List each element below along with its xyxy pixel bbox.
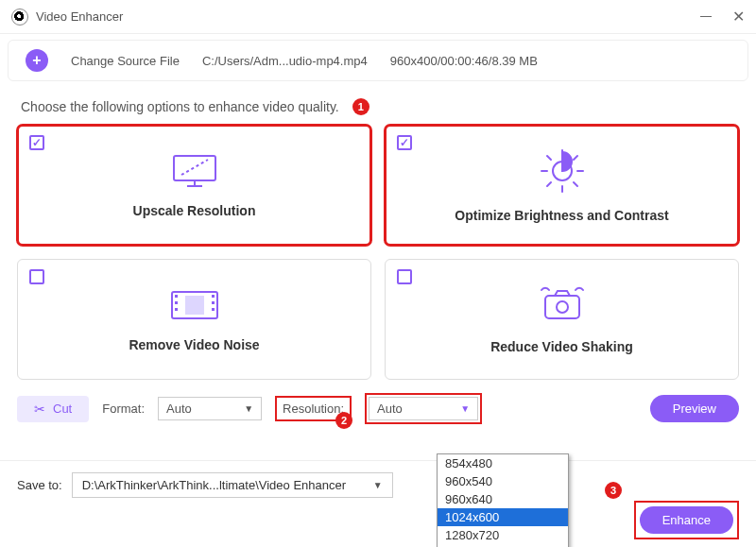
card-brightness-label: Optimize Brightness and Contrast [455, 208, 668, 223]
cut-button[interactable]: ✂ Cut [17, 396, 89, 422]
svg-line-3 [181, 160, 208, 175]
card-shaking[interactable]: Reduce Video Shaking [385, 259, 739, 380]
step-badge-1: 1 [352, 98, 369, 115]
svg-point-22 [557, 301, 568, 313]
svg-rect-20 [212, 308, 215, 311]
card-upscale-label: Upscale Resolution [133, 203, 256, 218]
preview-label: Preview [673, 402, 716, 416]
checkbox-noise[interactable] [29, 269, 44, 284]
add-source-icon[interactable]: + [26, 49, 48, 72]
resolution-option[interactable]: 1024x600 [438, 508, 568, 526]
resolution-option[interactable]: 1280x720 [438, 526, 568, 544]
card-shaking-label: Reduce Video Shaking [490, 339, 633, 354]
resolution-select[interactable]: Auto ▼ [369, 397, 478, 420]
card-noise[interactable]: Remove Video Noise [17, 259, 371, 380]
svg-rect-14 [185, 296, 204, 315]
camera-icon [536, 284, 589, 326]
format-value: Auto [166, 402, 192, 416]
svg-line-10 [574, 182, 577, 186]
resolution-option[interactable]: 960x640 [438, 490, 568, 508]
svg-line-11 [547, 182, 551, 186]
resolution-value: Auto [377, 402, 403, 416]
format-label: Format: [102, 402, 145, 416]
step-badge-3: 3 [605, 482, 622, 499]
svg-rect-0 [174, 156, 215, 180]
sun-icon [539, 147, 586, 195]
chevron-down-icon: ▼ [373, 480, 383, 490]
chevron-down-icon: ▼ [244, 403, 253, 414]
svg-line-9 [547, 156, 551, 160]
change-source-link[interactable]: Change Source File [71, 54, 180, 68]
save-path-select[interactable]: D:\ArkThinker\ArkThink...ltimate\Video E… [72, 472, 393, 498]
enhance-button[interactable]: Enhance [640, 506, 733, 534]
card-noise-label: Remove Video Noise [129, 337, 259, 352]
checkbox-upscale[interactable] [29, 135, 44, 150]
checkbox-brightness[interactable] [397, 135, 412, 150]
svg-rect-17 [175, 308, 178, 311]
close-button[interactable]: ✕ [731, 10, 745, 24]
step-badge-2: 2 [335, 412, 352, 429]
enhance-label: Enhance [662, 513, 711, 527]
cut-label: Cut [53, 402, 72, 416]
card-brightness[interactable]: Optimize Brightness and Contrast [385, 125, 739, 246]
filmstrip-icon [166, 286, 223, 324]
app-icon [11, 9, 28, 26]
window-title: Video Enhancer [36, 9, 699, 24]
minimize-button[interactable] [699, 10, 713, 24]
resolution-option[interactable]: 960x540 [438, 472, 568, 490]
resolution-label: Resolution: [283, 402, 344, 416]
intro-text: Choose the following options to enhance … [21, 99, 339, 114]
monitor-icon [168, 152, 221, 190]
save-path-value: D:\ArkThinker\ArkThink...ltimate\Video E… [82, 478, 346, 492]
svg-line-12 [574, 156, 577, 160]
svg-rect-21 [545, 296, 579, 318]
svg-rect-19 [212, 301, 215, 304]
source-meta: 960x400/00:00:46/8.39 MB [390, 54, 538, 68]
save-to-label: Save to: [17, 478, 62, 492]
scissors-icon: ✂ [34, 402, 45, 417]
chevron-down-icon: ▼ [460, 403, 470, 414]
svg-rect-15 [175, 295, 178, 298]
card-upscale[interactable]: Upscale Resolution [17, 125, 371, 246]
format-select[interactable]: Auto ▼ [158, 397, 262, 420]
svg-rect-16 [175, 301, 178, 304]
resolution-dropdown[interactable]: 854x480960x540960x6401024x6001280x720192… [437, 453, 569, 547]
preview-button[interactable]: Preview [650, 395, 739, 422]
resolution-option[interactable]: 854x480 [438, 454, 568, 472]
checkbox-shaking[interactable] [397, 269, 412, 284]
source-path: C:/Users/Adm...udio-mp4.mp4 [202, 54, 368, 68]
svg-rect-18 [212, 295, 215, 298]
